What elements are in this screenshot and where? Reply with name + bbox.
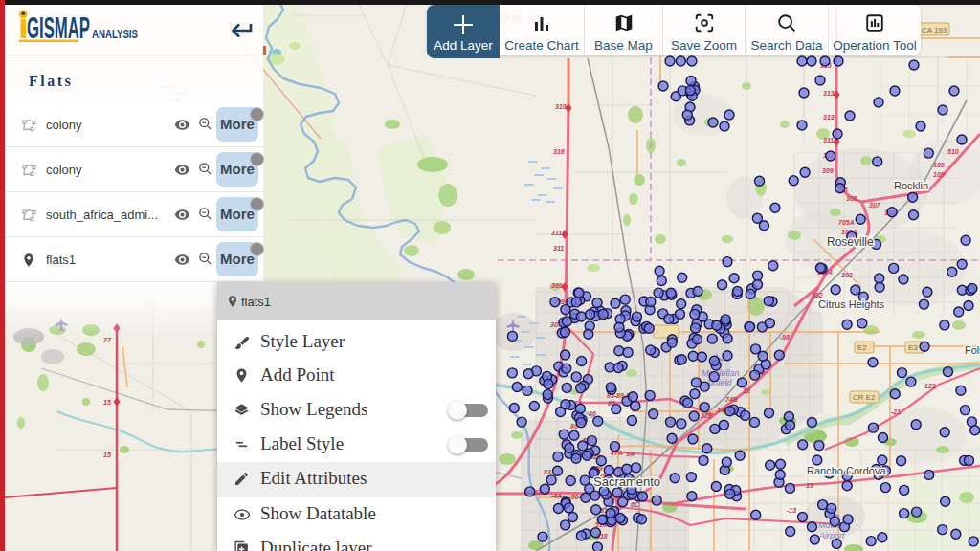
- svg-text:705A: 705A: [838, 219, 855, 226]
- svg-text:Citrus Heights: Citrus Heights: [818, 298, 885, 310]
- svg-text:18: 18: [743, 387, 750, 394]
- svg-text:83: 83: [544, 469, 551, 475]
- svg-text:CA 193: CA 193: [922, 26, 947, 34]
- svg-text:302: 302: [841, 272, 853, 278]
- svg-text:-21: -21: [891, 408, 901, 415]
- svg-text:109: 109: [933, 171, 945, 178]
- svg-text:E3: E3: [908, 343, 918, 352]
- svg-text:Roseville: Roseville: [827, 235, 874, 249]
- svg-text:510: 510: [947, 148, 959, 155]
- svg-text:9A: 9A: [626, 451, 635, 457]
- svg-text:6C: 6C: [631, 501, 640, 508]
- svg-text:Fols: Fols: [965, 344, 980, 356]
- svg-text:15: 15: [103, 399, 111, 406]
- svg-text:302: 302: [812, 292, 823, 298]
- svg-text:Rancho Cordova: Rancho Cordova: [807, 465, 886, 476]
- svg-text:27: 27: [102, 337, 112, 343]
- svg-text:McClellan: McClellan: [702, 368, 740, 378]
- svg-text:311: 311: [553, 245, 564, 252]
- svg-text:15: 15: [806, 482, 813, 489]
- svg-text:ANALYSIS: ANALYSIS: [92, 27, 138, 41]
- svg-text:319: 319: [555, 103, 567, 110]
- svg-text:74B: 74B: [725, 396, 738, 403]
- svg-text:CR E2: CR E2: [853, 393, 876, 402]
- svg-text:Sacramento: Sacramento: [593, 474, 660, 489]
- svg-text:309: 309: [551, 282, 563, 289]
- svg-text:311: 311: [551, 230, 562, 236]
- svg-text:32E: 32E: [701, 412, 713, 419]
- svg-text:308: 308: [846, 195, 858, 202]
- svg-text:E2: E2: [858, 343, 867, 352]
- svg-text:313: 313: [823, 114, 835, 121]
- svg-text:123: 123: [924, 383, 936, 389]
- svg-text:15: 15: [103, 452, 111, 458]
- svg-text:316: 316: [553, 148, 565, 155]
- svg-text:Airport: Airport: [818, 531, 845, 540]
- svg-text:313: 313: [823, 90, 835, 97]
- svg-text:309: 309: [822, 167, 834, 174]
- svg-text:-13: -13: [787, 507, 796, 514]
- svg-text:311: 311: [823, 137, 834, 143]
- svg-text:109: 109: [933, 162, 945, 168]
- svg-text:Rocklin: Rocklin: [894, 180, 928, 191]
- svg-text:-98: -98: [780, 334, 790, 341]
- svg-text:307: 307: [869, 202, 881, 209]
- svg-text:86: 86: [589, 410, 596, 417]
